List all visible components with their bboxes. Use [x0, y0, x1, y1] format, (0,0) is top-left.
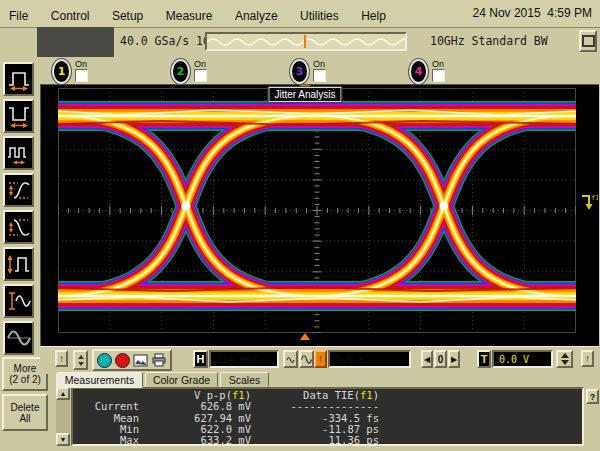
- meas-rise-time-button[interactable]: [3, 173, 34, 207]
- trigger-reference-button[interactable]: ↑: [314, 350, 327, 368]
- sample-rate: 40.0 GSa/s: [120, 34, 189, 48]
- acquisition-preview[interactable]: [205, 32, 407, 51]
- sine-average-icon: [6, 325, 32, 351]
- channel-4-badge: 4: [409, 59, 428, 84]
- hpos-zero-button[interactable]: 0: [434, 350, 447, 368]
- waveform-display: Jitter Analysis f1: [40, 84, 599, 347]
- fall-time-icon: [6, 214, 32, 240]
- tab-measurements[interactable]: Measurements: [56, 372, 143, 388]
- amplitude-icon: [6, 251, 32, 277]
- h-icon: H: [197, 353, 205, 365]
- menu-help[interactable]: Help: [361, 9, 386, 23]
- channel-3-on-label: On: [313, 60, 325, 69]
- channel-3-checkbox[interactable]: [313, 69, 326, 82]
- measurements-panel: V p-p(f1) Data TIE(f1) Current 626.8 mV …: [71, 387, 584, 446]
- trigger-level-display[interactable]: 0.0 V: [492, 350, 553, 368]
- meas-minus-width-button[interactable]: [3, 99, 34, 133]
- channel-4-on-label: On: [432, 60, 444, 69]
- large-waveform-icon: [301, 354, 312, 365]
- menu-utilities[interactable]: Utilities: [300, 9, 339, 23]
- trigger-up-button[interactable]: ↑: [581, 350, 594, 367]
- hpos-left-button[interactable]: ◀: [421, 350, 433, 368]
- meas-v-peak-peak-button[interactable]: [3, 284, 34, 318]
- channel-3-badge: 3: [290, 59, 309, 84]
- channel-1-button[interactable]: 1 On: [52, 58, 98, 84]
- trigger-menu-button[interactable]: T: [477, 350, 491, 368]
- run-icon[interactable]: [97, 353, 112, 368]
- channel-2-checkbox[interactable]: [194, 69, 207, 82]
- delete-all-label: All: [19, 413, 30, 424]
- left-arrow-icon: ◀: [424, 355, 430, 364]
- right-arrow-icon: ▶: [451, 355, 457, 364]
- timebase-display[interactable]: 114 ps/: [209, 350, 279, 368]
- acquisition-button-group: [92, 349, 172, 371]
- scroll-up-icon: ▲: [60, 390, 67, 397]
- channel-2-badge: 2: [171, 59, 190, 84]
- svg-text:f1: f1: [591, 194, 598, 202]
- screen-capture-icon[interactable]: [133, 354, 148, 367]
- channel-4-checkbox[interactable]: [432, 69, 445, 82]
- horizontal-position-display[interactable]: 0.0 s: [328, 350, 411, 368]
- minus-width-icon: [6, 103, 32, 129]
- oscilloscope-screen: File Control Setup Measure Analyze Utili…: [0, 0, 600, 451]
- trigger-level-spinner[interactable]: [556, 350, 573, 368]
- hscale-decrease-button[interactable]: [283, 350, 298, 368]
- channel-1-on-label: On: [75, 60, 87, 69]
- tab-color-grade[interactable]: Color Grade: [145, 372, 218, 387]
- print-icon[interactable]: [151, 353, 167, 367]
- jitter-analysis-overlay: Jitter Analysis: [268, 87, 341, 102]
- t-icon: T: [481, 353, 488, 365]
- v-peak-peak-icon: [6, 288, 32, 314]
- collapse-spinner[interactable]: [73, 350, 88, 370]
- channel-1-checkbox[interactable]: [75, 69, 88, 82]
- scale-up-button[interactable]: ↑: [55, 350, 68, 367]
- meas-fall-time-button[interactable]: [3, 210, 34, 244]
- more-label: More: [14, 363, 37, 374]
- rise-time-icon: [6, 177, 32, 203]
- menu-analyze[interactable]: Analyze: [235, 9, 278, 23]
- spinner-up-icon: [561, 353, 569, 358]
- stop-icon[interactable]: [115, 353, 130, 368]
- channel-2-button[interactable]: 2 On: [171, 58, 217, 84]
- menu-file[interactable]: File: [9, 9, 28, 23]
- meas-amplitude-button[interactable]: [3, 247, 34, 281]
- channel-3-button[interactable]: 3 On: [290, 58, 336, 84]
- measurements-table: V p-p(f1) Data TIE(f1) Current 626.8 mV …: [77, 390, 379, 446]
- channel-1-badge: 1: [52, 59, 71, 84]
- plus-width-icon: [6, 66, 32, 92]
- meas-sine-average-button[interactable]: [3, 321, 34, 355]
- menu-measure[interactable]: Measure: [166, 9, 213, 23]
- clock: 24 Nov 2015 4:59 PM: [473, 6, 592, 20]
- horizontal-toolbar: ↑ H 114 ps/: [40, 346, 600, 374]
- menu-control[interactable]: Control: [51, 9, 90, 23]
- small-waveform-icon: [286, 354, 295, 365]
- trigger-arrow-icon: ↑: [318, 354, 323, 364]
- meas-burst-width-button[interactable]: [3, 136, 34, 170]
- eye-diagram[interactable]: [58, 88, 576, 333]
- hpos-right-button[interactable]: ▶: [448, 350, 460, 368]
- up-arrow-icon: ↑: [585, 354, 590, 364]
- horizontal-menu-button[interactable]: H: [193, 350, 208, 368]
- scroll-down-button[interactable]: ▼: [56, 433, 70, 446]
- scroll-up-button[interactable]: ▲: [56, 387, 70, 400]
- zero-label: 0: [438, 354, 444, 365]
- help-button[interactable]: ?: [586, 389, 599, 404]
- delete-label: Delete: [11, 402, 40, 413]
- meas-plus-width-button[interactable]: [3, 62, 34, 96]
- tab-scales[interactable]: Scales: [220, 372, 269, 387]
- delete-all-button[interactable]: Delete All: [2, 394, 48, 431]
- preview-waveform-icon: [207, 34, 405, 49]
- menu-setup[interactable]: Setup: [112, 9, 143, 23]
- channel-2-on-label: On: [194, 60, 206, 69]
- minimize-icon: [582, 35, 595, 47]
- scroll-down-icon: ▼: [60, 436, 67, 443]
- more-page-label: (2 of 2): [9, 374, 41, 385]
- spin-up-icon: [78, 355, 84, 359]
- hscale-increase-button[interactable]: [299, 350, 314, 368]
- channel-4-button[interactable]: 4 On: [409, 58, 455, 84]
- trigger-time-marker-bottom-icon[interactable]: [300, 333, 310, 340]
- measurements-scrollbar[interactable]: ▲ ▼: [56, 387, 70, 446]
- minimize-button[interactable]: [579, 30, 597, 52]
- f1-level-marker-icon[interactable]: f1: [580, 191, 598, 217]
- burst-width-icon: [6, 140, 32, 166]
